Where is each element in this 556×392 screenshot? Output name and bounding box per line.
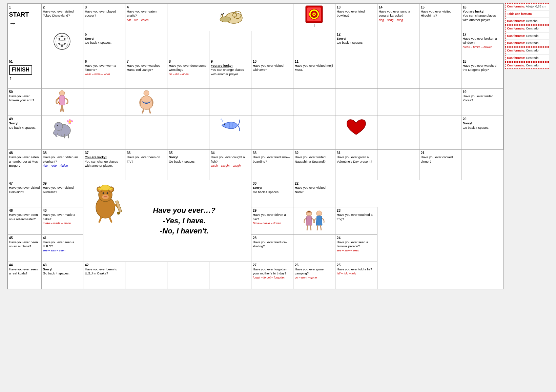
sidebar-label: Con formato: bbox=[507, 41, 525, 45]
cell-text: Have you ever tried bowling? bbox=[337, 9, 365, 17]
cell-num: 7 bbox=[127, 59, 166, 64]
cell-13: 13 Have you ever tried bowling? bbox=[335, 4, 377, 31]
cell-num: 1 bbox=[9, 5, 40, 9]
cell-num: 17 bbox=[463, 32, 502, 37]
verb-form: catch – caught – caught bbox=[211, 164, 241, 167]
cell-empty bbox=[377, 58, 419, 89]
cell-43: 43 Sorry! Go back 4 spaces. bbox=[41, 262, 83, 289]
cell-text: Have you ever forgotten your mother's bi… bbox=[253, 267, 287, 275]
cell-4: 4 Have you ever eaten snails? eat – ate … bbox=[125, 4, 167, 31]
cell-text: Have you ever visited Korea? bbox=[463, 94, 494, 102]
cell-19: 19 Have you ever visited Korea? bbox=[461, 89, 503, 116]
board-row-9: 44 Have you ever seen a real koala? 43 S… bbox=[7, 262, 503, 289]
elephant-svg bbox=[51, 117, 73, 139]
cell-num: 40 bbox=[43, 208, 82, 213]
svg-point-46 bbox=[104, 196, 107, 197]
cell-text: Have you ever done sumo wrestling? bbox=[169, 64, 206, 71]
cell-empty bbox=[209, 31, 251, 58]
cell-text: Have you ever eaten a hamburger at Mos B… bbox=[9, 155, 39, 167]
cell-num: 14 bbox=[379, 5, 418, 9]
cell-empty bbox=[167, 89, 209, 116]
cell-39: 39 Have you ever visited Australia? bbox=[41, 180, 83, 207]
cell-num: 24 bbox=[337, 236, 376, 240]
cell-num: 10 bbox=[253, 59, 292, 64]
cell-num: 2 bbox=[43, 5, 82, 9]
cell-1: 1 START → bbox=[7, 4, 41, 31]
svg-line-52 bbox=[307, 225, 308, 230]
cell-num: 3 bbox=[85, 5, 124, 9]
svg-line-24 bbox=[142, 109, 144, 114]
cell-text: Have you ever visited Okinawa? bbox=[253, 64, 284, 71]
finish-arrow: ↑ bbox=[9, 75, 40, 82]
cell-empty bbox=[167, 31, 209, 58]
cell-empty bbox=[419, 58, 461, 89]
cell-text: Have you ever made a cake? bbox=[43, 213, 76, 221]
svg-point-28 bbox=[57, 125, 58, 126]
cell-text: Have you ever visited Nagashima Spaland? bbox=[295, 155, 326, 163]
cell-num: 29 bbox=[253, 208, 292, 213]
cell-text: Go back 4 spaces. bbox=[9, 126, 36, 129]
cell-31: 31 Have you ever given a Valentine's Day… bbox=[335, 150, 377, 180]
verb-form: forget – forgot – forgotten bbox=[253, 276, 285, 279]
board-row-7c: 45 Have you ever been on an airplane? 41… bbox=[7, 234, 503, 262]
svg-point-36 bbox=[221, 119, 222, 120]
board-row-7b: 46 Have you ever been on a rollercoaster… bbox=[7, 207, 503, 234]
sidebar-label: Con formato: bbox=[507, 56, 525, 60]
sumo-svg bbox=[136, 90, 157, 114]
kids-svg bbox=[302, 208, 326, 232]
sidebar-note-8: Con formato: Centrado bbox=[505, 55, 549, 62]
cell-text: Have you ever given a Valentine's Day pr… bbox=[337, 155, 372, 163]
sorry-text: Sorry! bbox=[43, 267, 53, 271]
board-row-6: 48 Have you ever eaten a hamburger at Mo… bbox=[7, 150, 503, 180]
cell-num: 44 bbox=[9, 263, 40, 267]
sidebar-label: Tabla con formato bbox=[507, 12, 532, 16]
svg-point-9 bbox=[313, 14, 315, 15]
board-table: 1 START → 2 Have you ever visited Tokyo … bbox=[7, 4, 503, 289]
cell-text: Have you ever been on T.V? bbox=[127, 155, 160, 163]
cell-empty bbox=[251, 116, 293, 150]
cell-empty bbox=[335, 89, 377, 116]
cell-empty bbox=[293, 234, 335, 262]
cell-num: 33 bbox=[253, 151, 292, 155]
lucky-text: You are lucky! bbox=[211, 64, 232, 67]
cell-empty bbox=[335, 58, 377, 89]
cell-text: Have you ever visited Hiroshima? bbox=[421, 9, 452, 17]
cell-empty bbox=[41, 58, 83, 89]
cell-text: Go back 4 spaces. bbox=[337, 41, 364, 44]
cell-40: 40 Have you ever made a cake? make – mad… bbox=[41, 207, 83, 234]
cell-text: Have you ever caught a fish? bbox=[211, 155, 245, 163]
cell-num: 41 bbox=[43, 236, 82, 240]
sidebar-note-9: Con formato: Centrado bbox=[505, 62, 549, 69]
cell-num: 38 bbox=[43, 151, 82, 155]
cell-5: 5 Sorry! Go back 4 spaces. bbox=[83, 31, 125, 58]
cell-text: Have you ever gone camping? bbox=[295, 267, 324, 275]
cell-num: 13 bbox=[337, 5, 376, 9]
sidebar-right: Con formato: Abajo: 0,83 cm Tabla con fo… bbox=[505, 3, 549, 289]
cell-image-target bbox=[293, 4, 335, 31]
cell-35: 35 Sorry! Go back 4 spaces. bbox=[167, 150, 209, 180]
cell-empty bbox=[83, 89, 125, 116]
cell-text: Go back 4 spaces. bbox=[43, 271, 70, 275]
cell-num: 26 bbox=[295, 263, 334, 267]
cell-25: 25 Have you ever told a lie? tell – told… bbox=[335, 262, 377, 289]
svg-point-33 bbox=[69, 121, 71, 123]
cell-image-kids bbox=[293, 207, 335, 234]
verb-form: make – made – made bbox=[43, 222, 71, 225]
cell-num: 46 bbox=[9, 208, 40, 213]
cell-empty bbox=[293, 31, 335, 58]
cell-image-sumo bbox=[125, 89, 167, 116]
svg-line-53 bbox=[310, 225, 311, 230]
cell-num: 16 bbox=[463, 5, 502, 9]
cell-37: 37 You are lucky! You can change places … bbox=[83, 150, 125, 180]
cell-text: Have you ever seen a real koala? bbox=[9, 267, 38, 275]
board-container: 1 START → 2 Have you ever visited Tokyo … bbox=[7, 3, 504, 289]
cell-empty bbox=[167, 116, 209, 150]
cell-empty bbox=[167, 262, 209, 289]
cell-text: Have you ever told a lie? bbox=[337, 267, 372, 271]
cell-num: 31 bbox=[337, 151, 376, 155]
cell-9: 9 You are lucky! You can change places w… bbox=[209, 58, 251, 89]
cell-num: 28 bbox=[253, 236, 292, 240]
cell-num: 43 bbox=[43, 263, 82, 267]
cell-num: 48 bbox=[9, 151, 40, 155]
cell-num: 20 bbox=[463, 117, 502, 121]
